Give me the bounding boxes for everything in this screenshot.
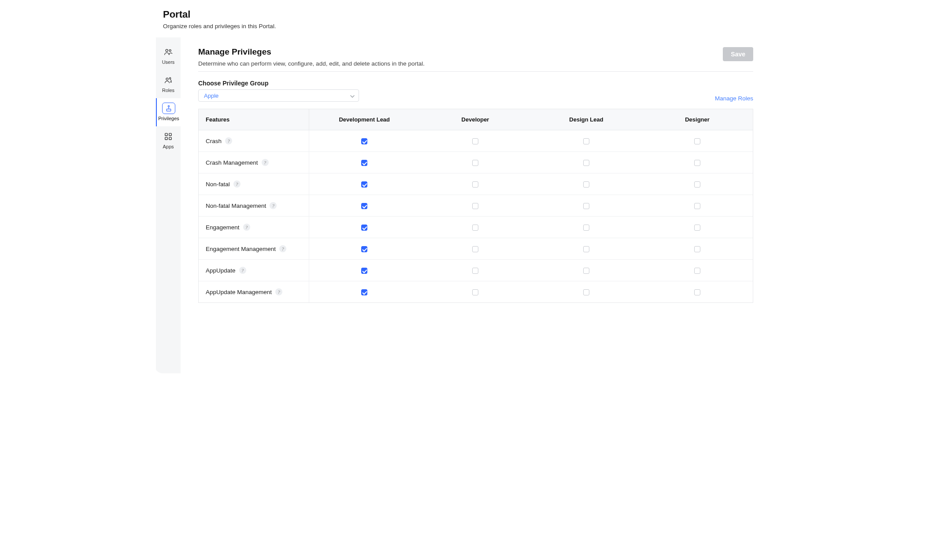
privilege-checkbox[interactable] xyxy=(694,246,700,252)
users-icon xyxy=(162,47,174,57)
column-header: Developer xyxy=(420,109,531,130)
privilege-checkbox[interactable] xyxy=(472,203,478,209)
feature-label: Engagement xyxy=(206,224,240,231)
privilege-checkbox[interactable] xyxy=(583,160,589,166)
privilege-checkbox[interactable] xyxy=(472,225,478,231)
table-row: AppUpdate? xyxy=(199,260,753,281)
privilege-checkbox[interactable] xyxy=(694,138,700,144)
sidebar-item-label: Apps xyxy=(163,144,174,149)
help-icon[interactable]: ? xyxy=(239,267,246,274)
privilege-checkbox[interactable] xyxy=(361,203,367,209)
svg-point-3 xyxy=(170,77,171,79)
section-header: Manage Privileges Determine who can perf… xyxy=(198,47,753,72)
svg-rect-6 xyxy=(165,133,167,136)
privilege-checkbox[interactable] xyxy=(694,181,700,188)
help-icon[interactable]: ? xyxy=(270,202,277,209)
column-header: Designer xyxy=(642,109,753,130)
privilege-checkbox[interactable] xyxy=(583,225,589,231)
feature-label: Engagement Management xyxy=(206,246,276,252)
privilege-checkbox[interactable] xyxy=(583,203,589,209)
sidebar-item-roles[interactable]: Roles xyxy=(156,70,181,98)
column-header: Design Lead xyxy=(531,109,642,130)
table-row: Engagement? xyxy=(199,217,753,238)
table-row: Crash Management? xyxy=(199,152,753,173)
privilege-group-select[interactable]: Apple xyxy=(198,89,359,102)
privileges-table: FeaturesDevelopment LeadDeveloperDesign … xyxy=(199,109,753,302)
page-title: Portal xyxy=(163,9,762,20)
privilege-checkbox[interactable] xyxy=(694,160,700,166)
privilege-group-label: Choose Privilege Group xyxy=(198,80,359,87)
help-icon[interactable]: ? xyxy=(262,159,269,166)
sidebar-nav: Users Roles xyxy=(156,37,181,373)
privilege-checkbox[interactable] xyxy=(361,181,367,188)
privilege-checkbox[interactable] xyxy=(361,246,367,252)
privileges-table-wrap[interactable]: FeaturesDevelopment LeadDeveloperDesign … xyxy=(198,109,753,303)
privilege-checkbox[interactable] xyxy=(472,138,478,144)
manage-roles-link[interactable]: Manage Roles xyxy=(715,95,753,102)
privilege-checkbox[interactable] xyxy=(583,181,589,188)
section-title: Manage Privileges xyxy=(198,47,425,57)
privilege-checkbox[interactable] xyxy=(472,289,478,295)
privilege-checkbox[interactable] xyxy=(472,181,478,188)
feature-label: Non-fatal Management xyxy=(206,203,266,209)
page-subtitle: Organize roles and privileges in this Po… xyxy=(163,23,762,29)
apps-icon xyxy=(162,132,174,141)
svg-point-1 xyxy=(169,50,171,52)
table-row: Crash? xyxy=(199,130,753,152)
sidebar-item-apps[interactable]: Apps xyxy=(156,126,181,155)
help-icon[interactable]: ? xyxy=(243,224,250,231)
table-row: Engagement Management? xyxy=(199,238,753,260)
privilege-checkbox[interactable] xyxy=(694,225,700,231)
privilege-checkbox[interactable] xyxy=(472,268,478,274)
feature-label: AppUpdate Management xyxy=(206,289,272,295)
page-header: Portal Organize roles and privileges in … xyxy=(154,0,771,37)
privilege-checkbox[interactable] xyxy=(361,289,367,295)
feature-label: Crash Management xyxy=(206,159,258,166)
feature-label: AppUpdate xyxy=(206,267,236,274)
svg-point-2 xyxy=(166,78,168,80)
help-icon[interactable]: ? xyxy=(275,288,282,295)
table-row: AppUpdate Management? xyxy=(199,281,753,303)
column-header: Development Lead xyxy=(309,109,420,130)
privilege-checkbox[interactable] xyxy=(694,289,700,295)
privilege-checkbox[interactable] xyxy=(361,138,367,144)
privilege-checkbox[interactable] xyxy=(583,246,589,252)
svg-point-0 xyxy=(166,49,168,52)
svg-point-5 xyxy=(168,106,169,107)
privilege-checkbox[interactable] xyxy=(694,268,700,274)
privilege-checkbox[interactable] xyxy=(583,289,589,295)
svg-rect-9 xyxy=(169,137,171,140)
svg-rect-7 xyxy=(169,133,171,136)
help-icon[interactable]: ? xyxy=(225,137,232,144)
feature-label: Crash xyxy=(206,138,222,144)
help-icon[interactable]: ? xyxy=(279,245,286,252)
section-description: Determine who can perform view, configur… xyxy=(198,60,425,67)
feature-label: Non-fatal xyxy=(206,181,230,188)
sidebar-item-label: Privileges xyxy=(158,116,179,121)
privilege-checkbox[interactable] xyxy=(472,246,478,252)
privilege-checkbox[interactable] xyxy=(583,268,589,274)
column-header: Features xyxy=(199,109,309,130)
privilege-checkbox[interactable] xyxy=(361,160,367,166)
svg-rect-4 xyxy=(166,109,171,111)
table-row: Non-fatal Management? xyxy=(199,195,753,217)
privilege-checkbox[interactable] xyxy=(472,160,478,166)
privilege-checkbox[interactable] xyxy=(583,138,589,144)
privilege-checkbox[interactable] xyxy=(361,268,367,274)
sidebar-item-users[interactable]: Users xyxy=(156,42,181,70)
roles-icon xyxy=(162,75,174,85)
privilege-checkbox[interactable] xyxy=(694,203,700,209)
privilege-checkbox[interactable] xyxy=(361,225,367,231)
save-button[interactable]: Save xyxy=(723,47,753,61)
main-content: Manage Privileges Determine who can perf… xyxy=(181,37,771,373)
table-row: Non-fatal? xyxy=(199,173,753,195)
sidebar-item-label: Roles xyxy=(162,88,174,93)
help-icon[interactable]: ? xyxy=(233,181,240,188)
sidebar-item-label: Users xyxy=(162,59,175,65)
privileges-icon xyxy=(163,103,175,113)
svg-rect-8 xyxy=(165,137,167,140)
selected-group-value: Apple xyxy=(204,92,218,99)
sidebar-item-privileges[interactable]: Privileges xyxy=(156,98,181,126)
